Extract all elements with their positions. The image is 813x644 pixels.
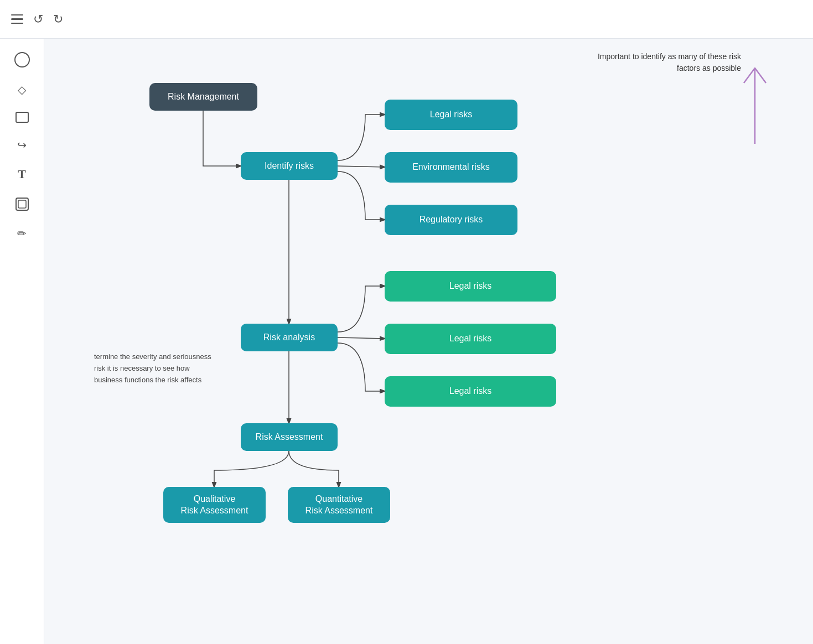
undo-button[interactable]: ↺: [33, 13, 43, 25]
node-regulatory-risks[interactable]: Regulatory risks: [385, 205, 517, 235]
pen-tool[interactable]: ✏: [17, 227, 27, 240]
node-quantitative-risk-assessment[interactable]: QuantitativeRisk Assessment: [288, 487, 390, 523]
node-legal-risks-2[interactable]: Legal risks: [385, 271, 556, 302]
canvas: Risk Management Identify risks Legal ris…: [44, 39, 813, 644]
toolbar: ↺ ↻: [0, 0, 813, 39]
node-qualitative-risk-assessment[interactable]: QualitativeRisk Assessment: [163, 487, 266, 523]
node-identify-risks[interactable]: Identify risks: [241, 152, 338, 180]
purple-arrow-svg: [730, 58, 780, 147]
text-tool[interactable]: T: [18, 167, 26, 181]
connector-tool[interactable]: ↩: [17, 138, 27, 152]
node-environmental-risks[interactable]: Environmental risks: [385, 152, 517, 183]
rectangle-tool[interactable]: [15, 112, 29, 123]
node-legal-risks-3[interactable]: Legal risks: [385, 324, 556, 354]
node-risk-assessment[interactable]: Risk Assessment: [241, 423, 338, 451]
node-legal-risks-4[interactable]: Legal risks: [385, 376, 556, 407]
diamond-tool[interactable]: ◇: [18, 83, 26, 96]
node-risk-management[interactable]: Risk Management: [149, 83, 257, 111]
frame-tool[interactable]: [15, 197, 29, 211]
redo-button[interactable]: ↻: [53, 13, 63, 25]
svg-rect-1: [18, 200, 26, 208]
circle-tool[interactable]: [14, 52, 30, 67]
left-annotation: termine the severity and seriousness ris…: [94, 351, 211, 386]
node-legal-risks-1[interactable]: Legal risks: [385, 100, 517, 130]
node-risk-analysis[interactable]: Risk analysis: [241, 324, 338, 351]
menu-button[interactable]: [11, 14, 23, 24]
top-right-annotation: Important to identify as many of these r…: [592, 51, 741, 74]
sidebar: ◇ ↩ T ✏: [0, 39, 44, 644]
